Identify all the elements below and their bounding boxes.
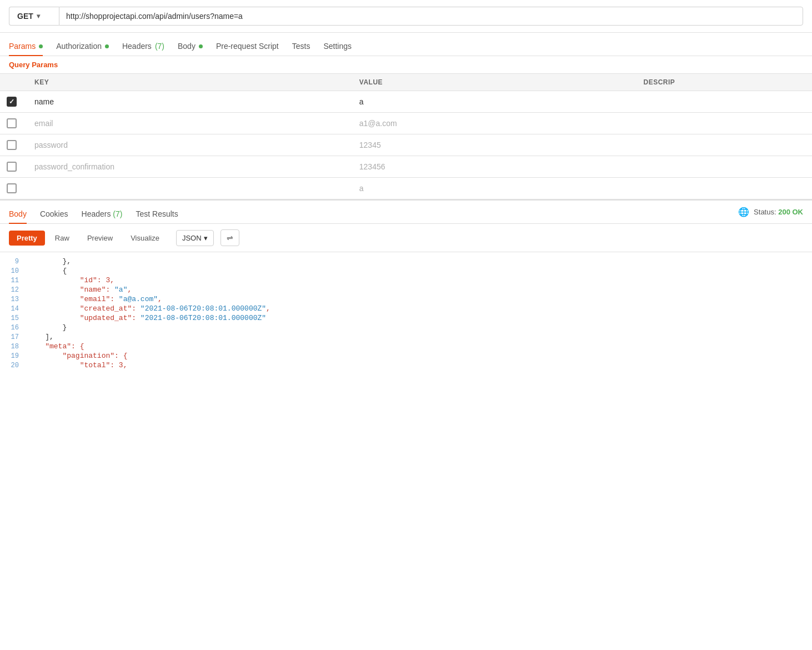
tab-params[interactable]: Params	[9, 37, 43, 56]
headers-label: Headers	[122, 42, 152, 51]
format-raw-button[interactable]: Raw	[47, 231, 77, 246]
params-table: KEY VALUE DESCRIP	[0, 74, 812, 199]
line-content: },	[28, 257, 71, 266]
table-header-row: KEY VALUE DESCRIP	[0, 74, 812, 91]
row-value-cell	[353, 156, 637, 178]
section-query-params: Query Params	[0, 56, 812, 74]
desc-input[interactable]	[636, 92, 812, 112]
json-line: 19 "pagination": {	[0, 351, 812, 361]
json-line: 16 }	[0, 323, 812, 332]
row-check-cell	[0, 134, 28, 156]
format-type-selector[interactable]: JSON ▾	[176, 230, 214, 246]
value-input[interactable]	[353, 135, 637, 155]
row-checkbox[interactable]	[7, 97, 17, 107]
json-line: 14 "created_at": "2021-08-06T20:08:01.00…	[0, 304, 812, 313]
format-pretty-button[interactable]: Pretty	[9, 231, 45, 246]
table-row	[0, 156, 812, 178]
response-tab-cookies[interactable]: Cookies	[40, 205, 68, 224]
row-key-cell	[28, 178, 353, 199]
row-value-cell	[353, 178, 637, 199]
format-bar: Pretty Raw Preview Visualize JSON ▾ ⇌	[0, 224, 812, 252]
tab-pre-request[interactable]: Pre-request Script	[216, 37, 279, 56]
line-content: "total": 3,	[28, 361, 127, 369]
pre-request-label: Pre-request Script	[216, 42, 279, 51]
tab-body[interactable]: Body	[178, 37, 203, 56]
col-header-value: VALUE	[353, 74, 637, 91]
row-key-cell	[28, 156, 353, 178]
tab-settings[interactable]: Settings	[323, 37, 352, 56]
key-input[interactable]	[28, 113, 353, 133]
desc-input[interactable]	[636, 113, 812, 133]
url-input[interactable]	[59, 7, 803, 26]
line-number: 11	[0, 277, 28, 284]
desc-input[interactable]	[636, 135, 812, 155]
format-visualize-button[interactable]: Visualize	[123, 231, 167, 246]
row-check-cell	[0, 178, 28, 199]
table-row	[0, 113, 812, 134]
key-input[interactable]	[28, 135, 353, 155]
tests-label: Tests	[292, 42, 310, 51]
wrap-button[interactable]: ⇌	[220, 229, 239, 246]
line-number: 19	[0, 352, 28, 360]
format-type-label: JSON	[182, 234, 202, 242]
row-desc-cell	[636, 156, 812, 178]
request-tabs-bar: Params Authorization Headers (7) Body Pr…	[0, 33, 812, 56]
line-content: "email": "a@a.com",	[28, 295, 162, 303]
status-area: 🌐 Status: 200 OK	[738, 207, 803, 222]
method-label: GET	[17, 12, 33, 21]
response-tabs-bar: Body Cookies Headers (7) Test Results 🌐 …	[0, 201, 812, 224]
line-content: }	[28, 323, 67, 332]
line-number: 18	[0, 343, 28, 351]
settings-label: Settings	[323, 42, 352, 51]
format-type-chevron: ▾	[204, 234, 208, 242]
line-content: "id": 3,	[28, 276, 114, 284]
col-header-desc: DESCRIP	[636, 74, 812, 91]
row-check-cell	[0, 113, 28, 134]
row-checkbox[interactable]	[7, 162, 17, 172]
format-preview-button[interactable]: Preview	[79, 231, 121, 246]
line-content: "updated_at": "2021-08-06T20:08:01.00000…	[28, 314, 266, 322]
table-row	[0, 134, 812, 156]
body-label: Body	[178, 42, 196, 51]
row-desc-cell	[636, 178, 812, 199]
row-value-cell	[353, 91, 637, 113]
line-content: "meta": {	[28, 342, 84, 351]
tab-tests[interactable]: Tests	[292, 37, 310, 56]
row-check-cell	[0, 156, 28, 178]
tab-headers[interactable]: Headers (7)	[122, 37, 164, 56]
value-input[interactable]	[353, 157, 637, 177]
json-line: 9 },	[0, 257, 812, 266]
line-content: ],	[28, 333, 54, 341]
json-line: 18 "meta": {	[0, 342, 812, 351]
key-input[interactable]	[28, 92, 353, 112]
tab-authorization[interactable]: Authorization	[56, 37, 109, 56]
line-content: "pagination": {	[28, 352, 127, 360]
key-input[interactable]	[28, 157, 353, 177]
row-checkbox[interactable]	[7, 118, 17, 128]
key-input[interactable]	[28, 178, 353, 198]
desc-input[interactable]	[636, 178, 812, 198]
row-desc-cell	[636, 134, 812, 156]
line-number: 15	[0, 314, 28, 322]
json-line: 10 {	[0, 266, 812, 276]
json-line: 13 "email": "a@a.com",	[0, 294, 812, 304]
desc-input[interactable]	[636, 157, 812, 177]
value-input[interactable]	[353, 92, 637, 112]
table-row	[0, 178, 812, 199]
value-input[interactable]	[353, 178, 637, 198]
headers-count: (7)	[155, 42, 164, 51]
method-selector[interactable]: GET ▾	[9, 7, 59, 26]
value-input[interactable]	[353, 113, 637, 133]
line-number: 9	[0, 258, 28, 266]
json-line: 20 "total": 3,	[0, 361, 812, 370]
row-key-cell	[28, 113, 353, 134]
response-tab-body[interactable]: Body	[9, 205, 27, 224]
row-checkbox[interactable]	[7, 140, 17, 150]
row-checkbox[interactable]	[7, 183, 17, 193]
response-tab-headers[interactable]: Headers (7)	[82, 205, 123, 224]
status-value: 200 OK	[778, 208, 803, 216]
url-bar: GET ▾	[0, 0, 812, 33]
row-check-cell	[0, 91, 28, 113]
response-tab-test-results[interactable]: Test Results	[136, 205, 178, 224]
line-number: 17	[0, 333, 28, 341]
